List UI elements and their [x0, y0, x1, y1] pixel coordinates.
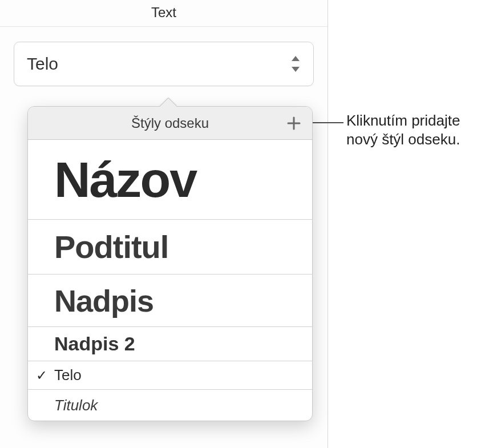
style-item-caption[interactable]: Titulok — [28, 390, 312, 421]
style-item-label: Nadpis — [54, 283, 153, 318]
style-item-label: Názov — [54, 151, 196, 209]
callout-text: Kliknutím pridajte nový štýl odseku. — [346, 111, 486, 150]
add-style-button[interactable] — [285, 114, 303, 132]
style-item-label: Nadpis 2 — [54, 333, 135, 355]
style-item-title[interactable]: Názov — [28, 140, 312, 220]
panel-title: Text — [0, 0, 328, 27]
style-item-heading2[interactable]: Nadpis 2 — [28, 327, 312, 361]
style-item-label: Titulok — [54, 397, 98, 414]
style-item-subtitle[interactable]: Podtitul — [28, 220, 312, 275]
callout-leader-line — [309, 122, 343, 123]
popover-title: Štýly odseku — [131, 115, 209, 131]
style-item-label: Podtitul — [54, 228, 168, 265]
style-item-body[interactable]: ✓ Telo — [28, 361, 312, 390]
popover-arrow — [159, 98, 177, 107]
style-list: Názov Podtitul Nadpis Nadpis 2 ✓ Telo Ti… — [28, 140, 312, 421]
style-item-label: Telo — [54, 366, 82, 384]
style-item-heading[interactable]: Nadpis — [28, 275, 312, 327]
checkmark-icon: ✓ — [36, 368, 47, 384]
plus-icon — [287, 116, 301, 130]
paragraph-style-current: Telo — [27, 54, 58, 74]
popover-header: Štýly odseku — [28, 107, 312, 140]
updown-icon — [290, 56, 301, 72]
paragraph-styles-popover: Štýly odseku Názov Podtitul Nadpis Nadpi… — [27, 106, 313, 421]
paragraph-style-select[interactable]: Telo — [14, 42, 314, 86]
